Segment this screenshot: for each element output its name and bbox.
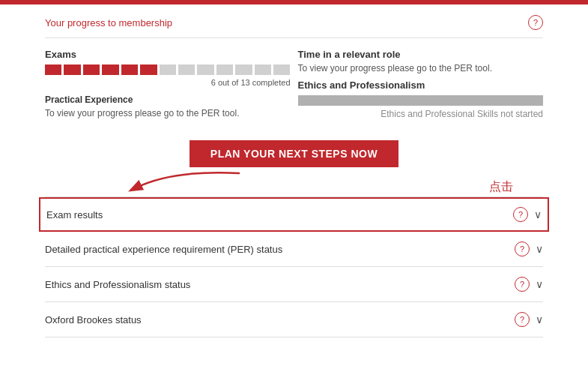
practical-text: To view your progress please go to the P… xyxy=(45,108,291,118)
progress-segment-10 xyxy=(235,64,252,75)
time-section: Time in a relevant role To view your pro… xyxy=(298,49,544,119)
accordion-item-2[interactable]: Ethics and Professionalism status?∨ xyxy=(45,267,543,302)
accordion-help-icon-3[interactable]: ? xyxy=(515,312,530,327)
progress-segment-8 xyxy=(197,64,213,75)
ethics-not-started: Ethics and Professional Skills not start… xyxy=(298,109,544,119)
plan-next-steps-button[interactable]: PLAN YOUR NEXT STEPS NOW xyxy=(190,140,398,167)
accordion-label-3: Oxford Brookes status xyxy=(45,314,142,326)
progress-segment-4 xyxy=(121,64,138,75)
progress-segment-5 xyxy=(140,64,157,75)
progress-segment-6 xyxy=(160,64,176,75)
accordion-label-1: Detailed practical experience requiremen… xyxy=(45,244,282,255)
practical-label: Practical Experience xyxy=(45,94,291,105)
accordion-right-0: ?∨ xyxy=(513,207,542,222)
ethics-bar xyxy=(298,95,544,106)
accordion-item-0[interactable]: Exam results?∨ xyxy=(39,197,549,232)
annotation-container: 点击 xyxy=(45,179,543,195)
accordion-chevron-3[interactable]: ∨ xyxy=(536,314,543,326)
progress-segment-9 xyxy=(216,64,233,75)
ethics-label: Ethics and Professionalism xyxy=(298,80,544,91)
accordion-right-2: ?∨ xyxy=(515,277,543,292)
accordion-help-icon-1[interactable]: ? xyxy=(515,242,530,256)
accordion-section: Exam results?∨Detailed practical experie… xyxy=(45,196,543,338)
exams-label: Exams xyxy=(45,49,291,60)
section-header: Your progress to membership ? xyxy=(45,4,543,38)
time-text: To view your progress please go to the P… xyxy=(298,63,544,74)
time-label: Time in a relevant role xyxy=(298,49,544,60)
exams-bar-container xyxy=(45,64,291,75)
progress-segment-7 xyxy=(178,64,195,75)
accordion-label-2: Ethics and Professionalism status xyxy=(45,279,190,290)
progress-segment-12 xyxy=(273,64,290,75)
accordion-item-3[interactable]: Oxford Brookes status?∨ xyxy=(45,302,543,338)
progress-segment-1 xyxy=(64,64,80,75)
exams-bar-track xyxy=(45,64,291,75)
annotation-text: 点击 xyxy=(489,179,513,195)
accordion-help-icon-2[interactable]: ? xyxy=(515,277,530,292)
accordion-chevron-2[interactable]: ∨ xyxy=(536,278,543,290)
progress-segment-11 xyxy=(255,64,271,75)
progress-grid: Exams 6 out of 13 completed Practical Ex… xyxy=(45,38,543,127)
accordion-right-3: ?∨ xyxy=(515,312,543,327)
progress-segment-0 xyxy=(45,64,61,75)
exams-count-text: 6 out of 13 completed xyxy=(45,78,291,87)
accordion-item-1[interactable]: Detailed practical experience requiremen… xyxy=(45,232,543,267)
accordion-chevron-0[interactable]: ∨ xyxy=(534,208,542,220)
accordion-label-0: Exam results xyxy=(46,209,103,220)
accordion-chevron-1[interactable]: ∨ xyxy=(536,243,543,255)
progress-segment-2 xyxy=(83,64,100,75)
accordion-help-icon-0[interactable]: ? xyxy=(513,207,528,222)
section-header-title: Your progress to membership xyxy=(45,17,172,28)
header-help-icon[interactable]: ? xyxy=(528,15,543,30)
exams-section: Exams 6 out of 13 completed Practical Ex… xyxy=(45,49,291,119)
arrow-icon xyxy=(112,166,247,196)
accordion-right-1: ?∨ xyxy=(515,242,543,256)
progress-segment-3 xyxy=(102,64,118,75)
